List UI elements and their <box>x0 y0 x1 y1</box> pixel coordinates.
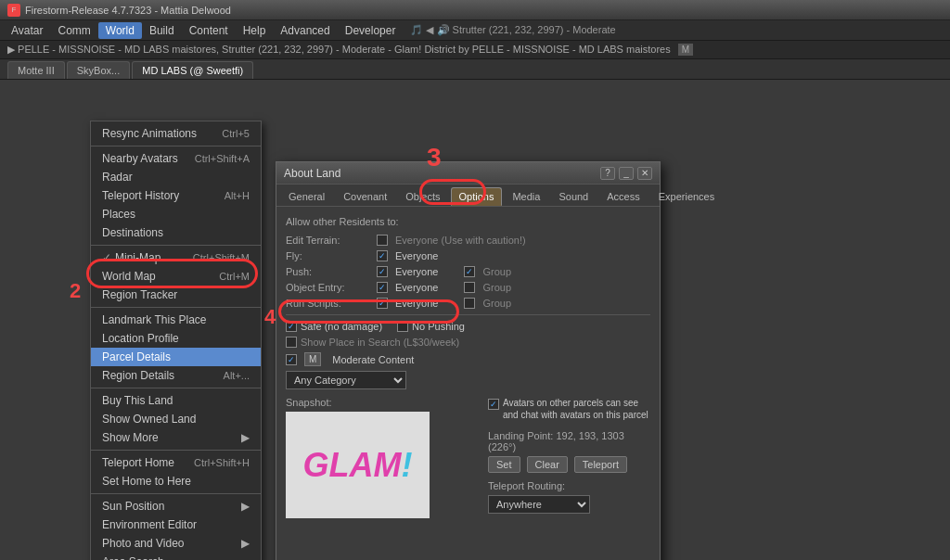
menu-region-tracker[interactable]: Region Tracker <box>91 286 261 304</box>
menu-places[interactable]: Places <box>91 205 261 223</box>
content-area: Snapshot: GLAM! Avatars on other parcels… <box>286 397 650 518</box>
fly-row: Fly: Everyone <box>286 250 650 261</box>
push-group: Group <box>482 266 511 277</box>
dialog-help-btn[interactable]: ? <box>600 167 615 180</box>
fly-everyone: Everyone <box>395 250 438 261</box>
menu-show-more[interactable]: Show More ▶ <box>91 428 261 447</box>
menu-teleport-history[interactable]: Teleport History Alt+H <box>91 186 261 205</box>
category-select[interactable]: Any Category <box>286 371 406 389</box>
clear-button[interactable]: Clear <box>527 456 568 473</box>
push-row: Push: Everyone Group <box>286 266 650 277</box>
menu-radar[interactable]: Radar <box>91 168 261 186</box>
run-scripts-checkbox[interactable] <box>377 298 388 309</box>
dtab-experiences[interactable]: Experiences <box>650 187 724 206</box>
edit-terrain-everyone: Everyone (Use with caution!) <box>395 235 526 246</box>
edit-terrain-row: Edit Terrain: Everyone (Use with caution… <box>286 235 650 246</box>
safe-checkbox[interactable] <box>286 321 297 332</box>
menu-destinations[interactable]: Destinations <box>91 223 261 242</box>
menu-comm[interactable]: Comm <box>50 22 97 39</box>
app-icon: F <box>7 4 20 17</box>
menu-world-map[interactable]: World Map Ctrl+M <box>91 267 261 286</box>
dtab-sound[interactable]: Sound <box>550 187 597 206</box>
status-bar: ▶ PELLE - MISSNOISE - MD LABS maistores,… <box>0 41 950 59</box>
dialog-close-btn[interactable]: ✕ <box>637 167 652 180</box>
menu-advanced[interactable]: Advanced <box>273 22 337 39</box>
push-group-checkbox[interactable] <box>464 266 475 277</box>
about-land-dialog: About Land ? _ ✕ General Covenant Object… <box>276 161 661 560</box>
object-entry-group-checkbox[interactable] <box>464 282 475 293</box>
show-search-checkbox[interactable] <box>286 337 297 348</box>
teleport-routing-select[interactable]: Anywhere <box>488 495 590 514</box>
dtab-access[interactable]: Access <box>598 187 648 206</box>
menu-landmark[interactable]: Landmark This Place <box>91 311 261 329</box>
dtab-options[interactable]: Options <box>451 187 503 206</box>
tab-bar: Motte III SkyBox... MD LABS (@ Sweetfi) <box>0 59 950 80</box>
dialog-minimize-btn[interactable]: _ <box>619 167 634 180</box>
sep6 <box>91 493 261 494</box>
moderate-checkbox[interactable] <box>286 354 297 365</box>
menu-environment-editor[interactable]: Environment Editor <box>91 515 261 534</box>
menu-help[interactable]: Help <box>236 22 274 39</box>
landing-buttons: Set Clear Teleport <box>488 456 650 473</box>
run-scripts-group-checkbox[interactable] <box>464 298 475 309</box>
menu-mini-map[interactable]: ✓Mini-Map Ctrl+Shift+M <box>91 248 261 267</box>
dtab-objects[interactable]: Objects <box>397 187 448 206</box>
menu-location-profile[interactable]: Location Profile <box>91 329 261 348</box>
world-dropdown-menu: Resync Animations Ctrl+5 Nearby Avatars … <box>90 121 262 560</box>
menu-photo-video[interactable]: Photo and Video ▶ <box>91 534 261 553</box>
object-entry-label: Object Entry: <box>286 282 369 293</box>
status-text: ▶ PELLE - MISSNOISE - MD LABS maistores,… <box>7 44 671 56</box>
dtab-media[interactable]: Media <box>504 187 548 206</box>
menu-parcel-details[interactable]: Parcel Details <box>91 348 261 366</box>
moderate-label: Moderate Content <box>332 354 414 365</box>
dialog-title: About Land <box>284 167 340 180</box>
set-button[interactable]: Set <box>488 456 520 473</box>
dialog-options-content: Allow other Residents to: Edit Terrain: … <box>276 207 660 528</box>
show-search-label: Show Place in Search (L$30/week) <box>301 337 459 348</box>
avatars-see-checkbox[interactable] <box>488 399 499 410</box>
teleport-button[interactable]: Teleport <box>574 456 627 473</box>
menu-sun-position[interactable]: Sun Position ▶ <box>91 497 261 515</box>
run-scripts-row: Run Scripts: Everyone Group <box>286 298 650 309</box>
section-title: Allow other Residents to: <box>286 216 650 227</box>
menu-content[interactable]: Content <box>182 22 236 39</box>
no-pushing-checkbox[interactable] <box>397 321 408 332</box>
sep4 <box>91 388 261 388</box>
dtab-general[interactable]: General <box>280 187 333 206</box>
menu-region-details[interactable]: Region Details Alt+... <box>91 366 261 385</box>
landing-point-text: Landing Point: 192, 193, 1303 (226°) <box>488 430 650 452</box>
menu-nearby-avatars[interactable]: Nearby Avatars Ctrl+Shift+A <box>91 149 261 168</box>
glam-text: GLAM! <box>303 446 413 485</box>
fly-checkbox[interactable] <box>377 250 388 261</box>
tab-skybox[interactable]: SkyBox... <box>67 61 130 79</box>
safe-row: Safe (no damage) No Pushing <box>286 321 650 332</box>
menu-developer[interactable]: Developer <box>338 22 404 39</box>
object-entry-everyone: Everyone <box>395 282 438 293</box>
menu-buy-land[interactable]: Buy This Land <box>91 391 261 410</box>
menu-area-search[interactable]: Area Search <box>91 553 261 560</box>
menu-show-owned-land[interactable]: Show Owned Land <box>91 410 261 428</box>
title-bar: F Firestorm-Release 4.7.7323 - Mattia De… <box>0 0 950 20</box>
push-everyone-checkbox[interactable] <box>377 266 388 277</box>
sep1 <box>91 146 261 146</box>
menu-build[interactable]: Build <box>142 22 182 39</box>
fly-label: Fly: <box>286 250 369 261</box>
menu-teleport-home[interactable]: Teleport Home Ctrl+Shift+H <box>91 453 261 472</box>
menu-avatar[interactable]: Avatar <box>4 22 50 39</box>
main-area: Resync Animations Ctrl+5 Nearby Avatars … <box>0 80 950 558</box>
menu-resync-animations[interactable]: Resync Animations Ctrl+5 <box>91 124 261 143</box>
tab-mdlabs[interactable]: MD LABS (@ Sweetfi) <box>132 61 253 79</box>
object-entry-checkbox[interactable] <box>377 282 388 293</box>
edit-terrain-checkbox[interactable] <box>377 235 388 246</box>
menu-set-home[interactable]: Set Home to Here <box>91 472 261 490</box>
moderate-badge: M <box>304 352 321 366</box>
menu-world[interactable]: World <box>98 22 142 39</box>
avatars-see-label: Avatars on other parcels can see and cha… <box>503 397 650 421</box>
show-search-row: Show Place in Search (L$30/week) <box>286 337 650 348</box>
tab-motte[interactable]: Motte III <box>7 61 65 79</box>
dtab-covenant[interactable]: Covenant <box>335 187 395 206</box>
annotation-4: 4 <box>264 305 276 329</box>
snapshot-label: Snapshot: <box>286 397 479 408</box>
safe-label: Safe (no damage) <box>301 321 382 332</box>
snapshot-image[interactable]: GLAM! <box>286 412 430 518</box>
